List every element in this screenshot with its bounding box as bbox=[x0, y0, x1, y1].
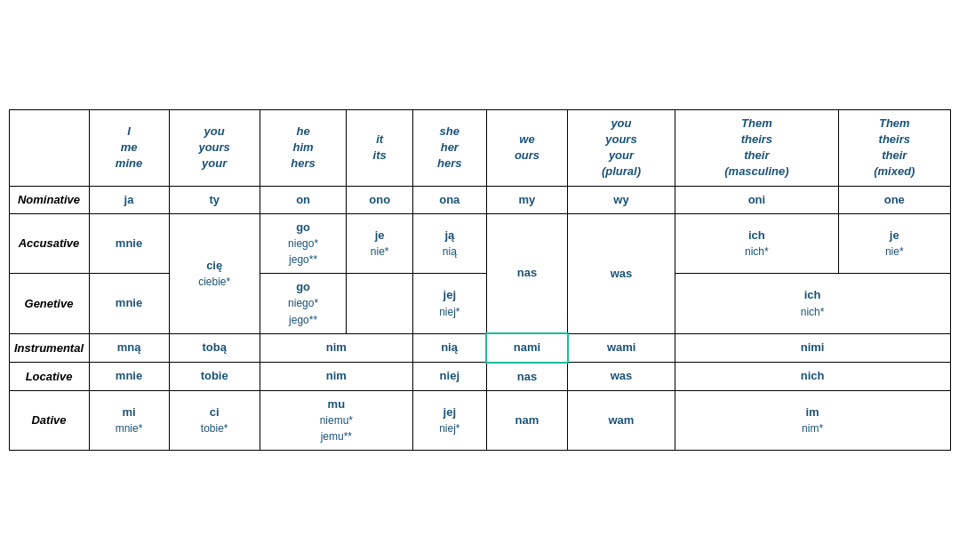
nom-them-mixed: one bbox=[839, 186, 950, 213]
nom-we: my bbox=[486, 186, 568, 213]
header-them-masculine: Themtheirstheir(masculine) bbox=[675, 109, 838, 186]
row-accusative: Accusative mnie cięciebie* goniego*jego*… bbox=[9, 213, 950, 274]
nom-he: on bbox=[260, 186, 347, 213]
nom-i: ja bbox=[89, 186, 169, 213]
acc-it: jenie* bbox=[347, 213, 413, 274]
acc-i: mnie bbox=[89, 213, 169, 274]
header-you: youyoursyour bbox=[169, 109, 260, 186]
loc-she: niej bbox=[412, 363, 486, 391]
row-instrumental: Instrumental mną tobą nim nią nami wami … bbox=[9, 333, 950, 362]
header-i: Imemine bbox=[89, 109, 169, 186]
row-nominative: Nominative ja ty on ono ona my wy oni on… bbox=[9, 186, 950, 213]
dat-them-masc: imnim* bbox=[675, 390, 950, 451]
ins-i: mną bbox=[89, 333, 169, 362]
acc-you-pl: was bbox=[568, 213, 675, 333]
acc-you: cięciebie* bbox=[169, 213, 260, 333]
ins-you-pl: wami bbox=[568, 333, 675, 362]
gen-she: jejniej* bbox=[412, 274, 486, 334]
row-label-accusative: Accusative bbox=[9, 213, 89, 274]
nom-them-masc: oni bbox=[675, 186, 838, 213]
loc-you-pl: was bbox=[568, 363, 675, 391]
ins-he: nim bbox=[260, 333, 412, 362]
dat-we: nam bbox=[486, 390, 568, 451]
ins-she: nią bbox=[412, 333, 486, 362]
loc-them-masc: nich bbox=[675, 363, 950, 391]
nom-you-pl: wy bbox=[568, 186, 675, 213]
gen-it bbox=[347, 274, 413, 334]
acc-we: nas bbox=[486, 213, 568, 333]
loc-i: mnie bbox=[89, 363, 169, 391]
row-label-dative: Dative bbox=[9, 390, 89, 451]
row-label-locative: Locative bbox=[9, 363, 89, 391]
header-empty bbox=[9, 109, 89, 186]
loc-we: nas bbox=[486, 363, 568, 391]
ins-we: nami bbox=[486, 333, 568, 362]
gen-them-masc: ichnich* bbox=[675, 274, 950, 334]
row-label-instrumental: Instrumental bbox=[9, 333, 89, 362]
ins-you: tobą bbox=[169, 333, 260, 362]
acc-them-mixed: jenie* bbox=[839, 213, 950, 274]
nom-you: ty bbox=[169, 186, 260, 213]
ins-them-masc: nimi bbox=[675, 333, 950, 362]
row-locative: Locative mnie tobie nim niej nas was nic… bbox=[9, 363, 950, 391]
row-genitive: Genetive mnie goniego*jego** jejniej* ic… bbox=[9, 274, 950, 334]
dat-you: citobie* bbox=[169, 390, 260, 451]
nom-it: ono bbox=[347, 186, 413, 213]
dat-you-pl: wam bbox=[568, 390, 675, 451]
header-we: weours bbox=[486, 109, 568, 186]
gen-i: mnie bbox=[89, 274, 169, 334]
gen-he: goniego*jego** bbox=[260, 274, 347, 334]
nom-she: ona bbox=[412, 186, 486, 213]
acc-she: jąnią bbox=[412, 213, 486, 274]
header-them-mixed: Themtheirstheir(mixed) bbox=[839, 109, 950, 186]
row-label-nominative: Nominative bbox=[9, 186, 89, 213]
header-she: sheherhers bbox=[412, 109, 486, 186]
header-you-plural: youyoursyour(plural) bbox=[568, 109, 675, 186]
row-dative: Dative mimnie* citobie* muniemu*jemu** j… bbox=[9, 390, 950, 451]
header-it: itits bbox=[347, 109, 413, 186]
pronoun-table-container: Imemine youyoursyour hehimhers itits she… bbox=[9, 109, 951, 452]
row-label-genitive: Genetive bbox=[9, 274, 89, 334]
loc-you: tobie bbox=[169, 363, 260, 391]
loc-he: nim bbox=[260, 363, 412, 391]
dat-she: jejniej* bbox=[412, 390, 486, 451]
acc-he: goniego*jego** bbox=[260, 213, 347, 274]
polish-pronouns-table: Imemine youyoursyour hehimhers itits she… bbox=[9, 109, 951, 452]
acc-them-masc: ichnich* bbox=[675, 213, 838, 274]
dat-he: muniemu*jemu** bbox=[260, 390, 412, 451]
dat-i: mimnie* bbox=[89, 390, 169, 451]
header-he: hehimhers bbox=[260, 109, 347, 186]
